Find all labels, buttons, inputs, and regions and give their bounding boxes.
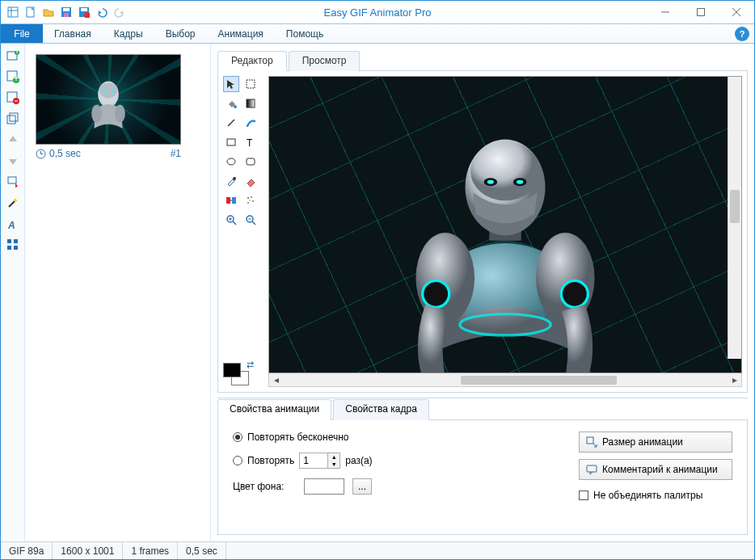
loop-count-input[interactable] [300,453,327,468]
svg-rect-47 [226,197,230,204]
tool-rounded-rect[interactable] [243,154,259,170]
spin-down-icon[interactable]: ▼ [328,461,340,468]
tab-frame-props[interactable]: Свойства кадра [333,399,429,420]
clock-icon [36,149,46,159]
qat-open-icon[interactable] [41,5,56,19]
file-tab[interactable]: File [1,24,43,43]
tab-editor[interactable]: Редактор [217,51,287,71]
ribbon-tab-home[interactable]: Главная [43,24,103,43]
qat-save-web-icon[interactable] [77,5,91,19]
svg-rect-45 [247,158,255,165]
scroll-left-icon[interactable]: ◂ [269,374,283,386]
tb-move-up-icon [4,131,22,149]
svg-rect-23 [7,116,15,124]
qat-save-icon[interactable] [59,5,74,19]
tool-spray[interactable] [243,192,259,208]
vertical-scrollbar[interactable] [728,77,741,359]
qat-undo-icon[interactable] [95,5,109,19]
radio-loop-times[interactable] [233,456,243,465]
scroll-right-icon[interactable]: ▸ [728,374,741,386]
tool-brush[interactable] [243,115,259,131]
svg-point-67 [470,142,540,201]
tool-marquee[interactable] [243,76,259,92]
tool-color-replace[interactable] [223,192,239,208]
tool-eraser[interactable] [243,173,259,189]
comment-button[interactable]: Комментарий к анимации [579,459,732,480]
tb-insert-frame-icon[interactable]: + [4,47,22,65]
resize-icon [586,436,597,448]
foreground-color[interactable] [223,363,241,377]
svg-rect-73 [587,437,593,444]
svg-line-41 [228,120,234,126]
properties-panel: Свойства анимации Свойства кадра Повторя… [217,398,748,535]
svg-rect-30 [14,246,18,250]
color-swatch[interactable]: ⇄ [223,360,254,387]
svg-rect-24 [10,113,18,121]
ribbon-tab-frames[interactable]: Кадры [103,24,154,43]
editor-tabs: Редактор Просмотр [217,50,748,71]
qat-new-icon[interactable] [23,5,38,19]
svg-point-50 [251,196,252,198]
comment-button-label: Комментарий к анимации [602,464,718,475]
tool-zoom-out[interactable] [243,212,259,228]
status-dimensions: 1600 x 1001 [53,542,123,559]
tool-rect[interactable] [223,134,239,150]
tb-delete-frame-icon[interactable] [4,89,22,107]
frame-thumbnail[interactable] [36,54,181,145]
tb-manage-icon[interactable] [4,236,22,254]
maximize-button[interactable] [683,1,719,23]
ribbon-tab-animation[interactable]: Анимация [207,24,275,43]
ribbon-tab-selection[interactable]: Выбор [154,24,207,43]
tool-fill[interactable] [223,95,239,112]
comment-icon [586,464,597,475]
frame-item[interactable]: 0,5 sec #1 [32,50,185,163]
tab-preview[interactable]: Просмотр [289,51,361,71]
tab-anim-props[interactable]: Свойства анимации [217,399,331,420]
tool-ellipse[interactable] [223,154,239,170]
svg-point-52 [252,200,254,202]
props-tabs: Свойства анимации Свойства кадра [217,398,748,419]
svg-rect-48 [232,197,236,204]
tool-gradient[interactable] [243,95,259,112]
svg-rect-8 [81,8,87,11]
merge-palettes-checkbox[interactable] [579,491,588,500]
horizontal-scrollbar[interactable]: ◂ ▸ [268,373,742,387]
frame-duration: 0,5 sec [49,148,81,159]
svg-rect-40 [247,99,255,107]
tb-effects-icon[interactable] [4,194,22,212]
swap-colors-icon[interactable]: ⇄ [247,360,254,370]
help-icon[interactable]: ? [735,27,749,41]
svg-point-44 [227,158,235,165]
status-frames: 1 frames [123,542,178,559]
svg-point-34 [111,91,113,93]
main-area: + + A 0,5 sec #1 [1,44,754,541]
tb-add-frame-icon[interactable]: + [4,68,22,86]
close-button[interactable] [719,1,754,23]
size-button[interactable]: Размер анимации [579,432,732,453]
ribbon-tab-help[interactable]: Помощь [275,24,335,43]
qat-redo-icon[interactable] [112,5,127,19]
tool-line[interactable] [223,115,239,131]
svg-rect-5 [63,8,70,11]
tool-pointer[interactable] [223,76,239,92]
bg-color-picker-button[interactable]: ... [352,478,372,495]
loop-count-spinner[interactable]: ▲▼ [299,453,340,469]
qat-frames-icon[interactable] [6,5,20,19]
tool-text[interactable]: T [243,134,259,150]
radio-loop-forever[interactable] [233,432,243,442]
props-body: Повторять бесконечно Повторять ▲▼ раз(а)… [217,419,748,535]
bg-color-box[interactable] [304,478,344,495]
spin-up-icon[interactable]: ▲ [328,453,340,461]
svg-point-35 [91,104,102,122]
tb-paint-icon[interactable] [4,173,22,191]
tool-eyedropper[interactable] [223,173,239,189]
ribbon: File Главная Кадры Выбор Анимация Помощь… [1,23,754,44]
quick-access-toolbar [1,5,127,19]
status-duration: 0,5 sec [178,542,226,559]
canvas[interactable] [268,76,742,373]
svg-point-53 [247,202,249,204]
tool-zoom-in[interactable] [223,212,239,228]
minimize-button[interactable] [647,1,683,23]
tb-duplicate-frame-icon[interactable] [4,110,22,128]
tb-text-icon[interactable]: A [4,215,22,233]
